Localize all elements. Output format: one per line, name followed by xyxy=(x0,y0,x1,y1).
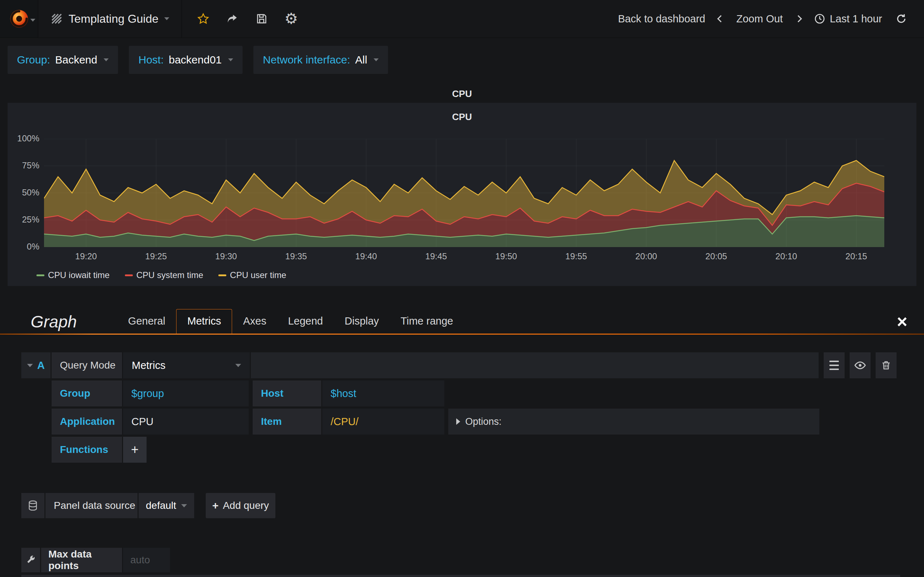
tab-general[interactable]: General xyxy=(117,309,176,334)
panel-title[interactable]: CPU xyxy=(0,89,924,101)
chevron-down-icon xyxy=(373,58,379,61)
max-data-points-row: Max data points xyxy=(21,548,924,572)
settings-button[interactable]: ⚙ xyxy=(284,11,298,26)
query-row-a: A Query Mode Metrics xyxy=(21,352,897,378)
x-axis-label: 19:35 xyxy=(271,251,321,261)
x-axis-label: 20:15 xyxy=(831,251,881,261)
item-label: Item xyxy=(253,409,321,435)
chevron-down-icon xyxy=(228,58,233,61)
grafana-flame-icon xyxy=(9,8,30,29)
group-value-field[interactable]: $group xyxy=(123,380,249,406)
tab-metrics[interactable]: Metrics xyxy=(176,309,232,334)
query-delete-button[interactable] xyxy=(876,352,897,378)
cpu-graph[interactable] xyxy=(44,139,884,247)
time-range-picker[interactable]: Last 1 hour xyxy=(814,13,882,25)
tab-display[interactable]: Display xyxy=(334,309,390,334)
close-icon[interactable]: × xyxy=(897,313,908,331)
legend-color-dash xyxy=(218,274,226,276)
query-menu-button[interactable] xyxy=(824,352,845,378)
x-axis-label: 20:05 xyxy=(691,251,741,261)
query-row-filler xyxy=(251,352,819,378)
wrench-icon xyxy=(26,555,36,565)
page-title: Templating Guide xyxy=(69,12,158,26)
query-mode-select[interactable]: Metrics xyxy=(123,352,250,378)
x-axis-label: 19:25 xyxy=(131,251,181,261)
datasource-row: Panel data source default + Add query xyxy=(21,493,924,518)
datasource-icon-cell xyxy=(21,493,44,518)
refresh-button[interactable] xyxy=(895,13,908,25)
grafana-logo[interactable] xyxy=(0,0,38,37)
tab-axes[interactable]: Axes xyxy=(232,309,277,334)
add-query-label: Add query xyxy=(223,500,269,511)
host-label: Host xyxy=(253,380,321,406)
item-value-field[interactable]: /CPU/ xyxy=(322,409,444,435)
y-axis-label: 25% xyxy=(8,214,39,225)
legend-item[interactable]: CPU iowait time xyxy=(36,270,110,280)
panel-editor-header: Graph GeneralMetricsAxesLegendDisplayTim… xyxy=(0,309,924,335)
functions-label: Functions xyxy=(52,437,122,463)
tabs-underline xyxy=(0,334,924,335)
star-button[interactable] xyxy=(197,13,209,25)
variable-host[interactable]: Host: backend01 xyxy=(129,46,242,74)
dashboard-title-menu[interactable]: Templating Guide xyxy=(38,0,182,37)
menu-icon xyxy=(829,361,839,370)
variable-label: Network interface: xyxy=(263,54,350,66)
options-toggle[interactable]: Options: xyxy=(448,409,819,435)
query-collapse-toggle[interactable]: A xyxy=(21,352,50,378)
legend-color-dash xyxy=(125,274,133,276)
zoom-out-button[interactable]: Zoom Out xyxy=(736,13,783,25)
save-button[interactable] xyxy=(255,13,268,25)
x-axis-label: 19:40 xyxy=(341,251,391,261)
x-axis-label: 19:50 xyxy=(481,251,531,261)
variable-group[interactable]: Group: Backend xyxy=(8,46,118,74)
legend-series-name: CPU user time xyxy=(230,270,286,280)
host-value-field[interactable]: $host xyxy=(322,380,444,406)
chevron-right-icon[interactable] xyxy=(795,15,802,23)
share-icon xyxy=(226,12,239,25)
datasource-select[interactable]: default xyxy=(139,493,194,518)
application-label: Application xyxy=(52,409,122,435)
query-row-group-host: Group $group Host $host xyxy=(52,380,924,406)
variable-network-interface[interactable]: Network interface: All xyxy=(254,46,388,74)
cpu-panel: CPU CPU iowait timeCPU system timeCPU us… xyxy=(8,103,916,286)
y-axis-label: 50% xyxy=(8,187,39,198)
chevron-left-icon[interactable] xyxy=(717,15,724,23)
add-function-button[interactable]: + xyxy=(123,437,147,463)
y-axis-label: 100% xyxy=(8,134,39,143)
application-value-field[interactable]: CPU xyxy=(123,409,249,435)
tab-time-range[interactable]: Time range xyxy=(390,309,464,334)
query-row-functions: Functions + xyxy=(52,437,924,463)
add-query-button[interactable]: + Add query xyxy=(206,493,275,518)
variable-value: Backend xyxy=(55,54,97,66)
eye-icon xyxy=(854,359,866,371)
chart-title: CPU xyxy=(8,111,916,122)
back-to-dashboard-button[interactable]: Back to dashboard xyxy=(618,13,705,25)
datasource-label: Panel data source xyxy=(45,493,137,518)
datasource-value: default xyxy=(146,500,176,511)
save-icon xyxy=(255,13,268,25)
legend-item[interactable]: CPU user time xyxy=(218,270,286,280)
tab-legend[interactable]: Legend xyxy=(277,309,334,334)
y-axis-label: 0% xyxy=(8,242,39,252)
x-axis-label: 20:00 xyxy=(621,251,671,261)
chevron-down-icon xyxy=(235,364,241,367)
max-data-points-input[interactable] xyxy=(123,548,170,572)
template-variables: Group: Backend Host: backend01 Network i… xyxy=(8,46,924,74)
variable-value: backend01 xyxy=(169,54,222,66)
share-button[interactable] xyxy=(226,12,239,25)
max-data-points-label: Max data points xyxy=(41,548,122,572)
chevron-down-icon xyxy=(181,504,187,508)
chart-legend: CPU iowait timeCPU system timeCPU user t… xyxy=(36,270,286,280)
cpu-graph-canvas[interactable] xyxy=(44,139,884,247)
next-row-edge xyxy=(21,575,900,577)
navbar-right: Back to dashboard Zoom Out Last 1 hour xyxy=(618,0,924,37)
query-mode-label: Query Mode xyxy=(52,352,122,378)
chevron-down-icon xyxy=(27,364,33,367)
legend-item[interactable]: CPU system time xyxy=(125,270,203,280)
x-axis-label: 19:45 xyxy=(411,251,461,261)
x-axis-label: 19:30 xyxy=(201,251,251,261)
chevron-down-icon xyxy=(30,19,36,22)
query-toggle-visibility-button[interactable] xyxy=(850,352,871,378)
x-axis-label: 19:55 xyxy=(551,251,601,261)
tabs: GeneralMetricsAxesLegendDisplayTime rang… xyxy=(117,309,464,334)
